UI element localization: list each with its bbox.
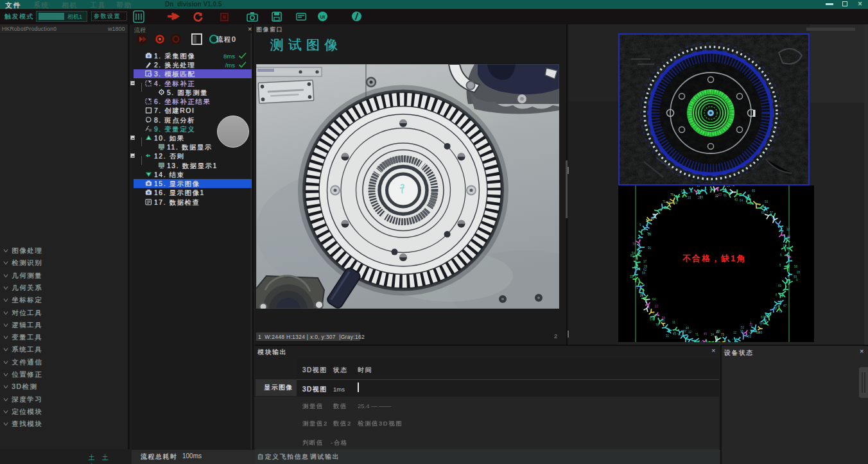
svg-text:63: 63: [651, 217, 655, 220]
svg-text:76: 76: [670, 193, 674, 196]
svg-text:64: 64: [652, 298, 656, 301]
svg-text:48: 48: [686, 327, 690, 330]
svg-text:38: 38: [774, 307, 777, 310]
svg-text:71: 71: [635, 286, 639, 289]
svg-text:45: 45: [704, 332, 707, 336]
svg-text:57: 57: [770, 211, 774, 214]
svg-text:39: 39: [648, 233, 652, 236]
svg-text:71: 71: [779, 310, 783, 313]
svg-text:53: 53: [727, 185, 731, 187]
svg-text:69: 69: [778, 284, 782, 288]
svg-text:47: 47: [783, 304, 787, 307]
svg-text:55: 55: [700, 196, 704, 199]
svg-text:40: 40: [734, 198, 738, 202]
svg-text:58: 58: [794, 265, 798, 268]
svg-text:71: 71: [731, 185, 735, 187]
svg-text:20: 20: [688, 196, 691, 200]
svg-text:63: 63: [759, 322, 763, 325]
svg-text:65: 65: [752, 189, 756, 193]
svg-text:34: 34: [711, 333, 715, 336]
svg-text:22: 22: [655, 305, 659, 308]
svg-text:53: 53: [650, 318, 654, 321]
svg-text:62: 62: [643, 268, 647, 271]
svg-text:69: 69: [747, 194, 751, 198]
svg-text:11: 11: [716, 331, 719, 334]
svg-text:63: 63: [748, 335, 752, 338]
svg-text:26: 26: [640, 294, 644, 297]
svg-text:64: 64: [740, 199, 743, 202]
svg-text:75: 75: [721, 333, 725, 336]
svg-text:17: 17: [643, 260, 647, 263]
svg-text:54: 54: [642, 271, 646, 275]
svg-text:78: 78: [632, 243, 636, 246]
svg-text:28: 28: [797, 271, 801, 274]
svg-text:UI: UI: [320, 14, 326, 20]
svg-text:不合格，缺1角: 不合格，缺1角: [682, 253, 746, 263]
svg-text:37: 37: [783, 245, 786, 248]
svg-text:61: 61: [761, 211, 765, 214]
svg-text:32: 32: [786, 228, 790, 231]
svg-text:61: 61: [724, 194, 727, 197]
svg-text:78: 78: [655, 323, 659, 327]
svg-text:54: 54: [632, 252, 636, 255]
svg-text:31: 31: [648, 246, 652, 250]
svg-text:32: 32: [666, 334, 670, 338]
svg-text:52: 52: [741, 326, 745, 329]
svg-text:36: 36: [740, 330, 744, 333]
svg-text:71: 71: [695, 333, 699, 336]
svg-text:12: 12: [688, 331, 692, 334]
svg-text:22: 22: [772, 218, 776, 221]
svg-text:45: 45: [673, 332, 677, 336]
svg-text:63: 63: [761, 316, 765, 319]
svg-text:16: 16: [665, 207, 669, 210]
svg-text:31: 31: [672, 321, 676, 324]
svg-text:57: 57: [683, 330, 687, 333]
svg-text:38: 38: [697, 185, 700, 187]
svg-text:23: 23: [718, 193, 722, 196]
svg-text:12: 12: [733, 331, 737, 334]
svg-text:71: 71: [663, 200, 666, 203]
svg-text:56: 56: [662, 316, 666, 320]
svg-text:29: 29: [644, 265, 648, 268]
svg-text:13: 13: [749, 323, 753, 327]
svg-text:39: 39: [674, 202, 678, 205]
svg-text:50: 50: [765, 200, 768, 203]
svg-text:48: 48: [759, 331, 763, 334]
